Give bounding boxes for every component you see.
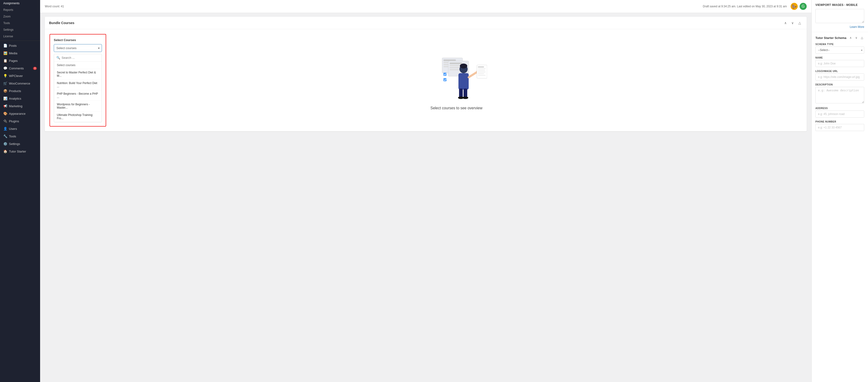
svg-rect-6 — [450, 63, 462, 64]
sidebar: AssignmentsReportsZoomToolsSettingsLicen… — [0, 0, 40, 382]
description-textarea[interactable] — [815, 87, 864, 104]
dropdown-option-opt3[interactable]: PHP Beginners - Become a PHP ... — [54, 90, 102, 101]
sidebar-item-tutor-starter[interactable]: 🏠Tutor Starter — [0, 148, 40, 155]
sidebar-item-comments[interactable]: 💬Comments8 — [0, 64, 40, 72]
posts-icon: 📄 — [3, 44, 7, 48]
bundle-courses-block: Bundle Courses ∧ ∨ △ Select Courses Sele… — [45, 17, 807, 131]
bundle-body: Select Courses Select courses ▾ 🔍 — [45, 29, 807, 131]
bundle-expand-btn[interactable]: △ — [797, 20, 802, 26]
sidebar-item-tools-nav[interactable]: 🔧Tools — [0, 133, 40, 140]
marketing-icon: 📢 — [3, 104, 7, 108]
sidebar-divider — [0, 40, 40, 41]
illustration-caption: Select courses to see overview — [431, 106, 483, 110]
select-courses-dropdown[interactable]: Select courses — [54, 44, 102, 52]
dropdown-option-opt1[interactable]: Secret to Master Perfect Diet & M... — [54, 69, 102, 80]
sidebar-item-analytics[interactable]: 📊Analytics — [0, 95, 40, 102]
select-courses-illustration — [426, 50, 487, 102]
svg-rect-22 — [478, 66, 484, 67]
dropdown-option-opt5[interactable]: Ultimate Photoshop Training: Fro... — [54, 112, 102, 122]
sidebar-label-tools-nav: Tools — [9, 135, 16, 138]
dropdown-option-opt4[interactable]: Wordpress for Beginners - Master... — [54, 101, 102, 112]
sidebar-item-appearance[interactable]: 🎨Appearance — [0, 110, 40, 117]
svg-point-20 — [463, 96, 468, 99]
word-count: Word count: 41 — [45, 5, 64, 8]
address-label: ADDRESS — [815, 107, 864, 110]
svg-point-13 — [460, 63, 467, 68]
comments-icon: 💬 — [3, 66, 7, 70]
sidebar-top-license[interactable]: License — [0, 33, 40, 40]
sidebar-item-products[interactable]: 📦Products — [0, 87, 40, 95]
address-group: ADDRESS — [815, 107, 864, 118]
sidebar-top-settings[interactable]: Settings — [0, 26, 40, 33]
sidebar-item-pages[interactable]: 📋Pages — [0, 57, 40, 64]
dropdown-list: 🔍 Select coursesSecret to Master Perfect… — [54, 54, 102, 122]
sidebar-label-products: Products — [9, 89, 21, 93]
analytics-icon: 📊 — [3, 96, 7, 100]
svg-rect-17 — [459, 89, 463, 98]
dropdown-option-opt2[interactable]: Nutrition: Build Your Perfect Diet ... — [54, 80, 102, 90]
sidebar-top-reports[interactable]: Reports — [0, 7, 40, 13]
dropdown-search-area: 🔍 — [54, 54, 102, 62]
svg-rect-14 — [459, 73, 469, 89]
draft-status: Draft saved at 9:34:25 am. Last edited o… — [703, 5, 787, 8]
woocommerce-icon: 🛒 — [3, 82, 7, 85]
grammarly-icon[interactable]: G — [800, 3, 807, 10]
center-editor: Word count: 41 Draft saved at 9:34:25 am… — [40, 0, 811, 382]
sidebar-item-media[interactable]: 🖼️Media — [0, 49, 40, 57]
svg-rect-18 — [464, 89, 467, 98]
sidebar-item-plugins[interactable]: 🔌Plugins — [0, 117, 40, 125]
bundle-collapse-up-btn[interactable]: ∧ — [783, 20, 788, 26]
bundle-collapse-down-btn[interactable]: ∨ — [790, 20, 795, 26]
appearance-icon: 🎨 — [3, 112, 7, 115]
dropdown-search-input[interactable] — [62, 56, 99, 59]
illustration-area: Select courses to see overview — [111, 34, 802, 126]
address-input[interactable] — [815, 111, 864, 118]
sidebar-item-woocommerce[interactable]: 🛒WooCommerce — [0, 80, 40, 87]
select-courses-label: Select Courses — [54, 38, 102, 42]
schema-section: Tutor Starter Schema ∧ ∨ △ SCHEMA TYPE -… — [812, 32, 868, 137]
schema-type-label: SCHEMA TYPE — [815, 43, 864, 46]
bundle-header: Bundle Courses ∧ ∨ △ — [45, 17, 807, 29]
schema-type-select[interactable]: --Select-- — [815, 47, 864, 54]
sidebar-top-assignments[interactable]: Assignments — [0, 0, 40, 7]
sidebar-label-wpclever: WPClever — [9, 74, 23, 78]
plugins-icon: 🔌 — [3, 119, 7, 123]
sidebar-item-users[interactable]: 👤Users — [0, 125, 40, 133]
schema-up-btn[interactable]: ∧ — [848, 35, 853, 40]
products-icon: 📦 — [3, 89, 7, 93]
sidebar-item-settings-nav[interactable]: ⚙️Settings — [0, 140, 40, 148]
sidebar-label-media: Media — [9, 52, 17, 55]
svg-line-15 — [469, 72, 477, 78]
beaver-icon[interactable]: 🦫 — [790, 3, 798, 10]
pages-icon: 📋 — [3, 59, 7, 63]
svg-rect-24 — [478, 70, 485, 70]
sidebar-label-marketing: Marketing — [9, 105, 22, 108]
learn-more-link[interactable]: Learn More — [815, 25, 864, 29]
description-label: DESCRIPTION — [815, 83, 864, 86]
users-icon: 👤 — [3, 127, 7, 130]
wpclever-icon: 💡 — [3, 74, 7, 78]
sidebar-top-zoom[interactable]: Zoom — [0, 13, 40, 20]
schema-expand-btn[interactable]: △ — [860, 35, 864, 40]
editor-topbar: Word count: 41 Draft saved at 9:34:25 am… — [40, 0, 811, 13]
bundle-header-actions: ∧ ∨ △ — [783, 20, 802, 26]
sidebar-item-posts[interactable]: 📄Posts — [0, 42, 40, 49]
logo-input[interactable] — [815, 74, 864, 81]
sidebar-item-wpclever[interactable]: 💡WPClever — [0, 72, 40, 80]
badge-comments: 8 — [33, 67, 37, 70]
sidebar-item-marketing[interactable]: 📢Marketing — [0, 102, 40, 110]
select-courses-panel: Select Courses Select courses ▾ 🔍 — [50, 34, 106, 126]
viewport-images-title: Viewport Images - Mobile — [815, 3, 864, 7]
name-input[interactable] — [815, 60, 864, 67]
svg-rect-25 — [478, 71, 486, 72]
sidebar-top-tools[interactable]: Tools — [0, 20, 40, 26]
schema-down-btn[interactable]: ∨ — [854, 35, 859, 40]
dropdown-option-default[interactable]: Select courses — [54, 62, 102, 69]
phone-input[interactable] — [815, 124, 864, 131]
viewport-images-textarea[interactable] — [815, 9, 864, 23]
description-group: DESCRIPTION — [815, 83, 864, 104]
logo-group: LOGO/IMAGE URL — [815, 70, 864, 81]
sidebar-label-users: Users — [9, 127, 17, 130]
bundle-title: Bundle Courses — [49, 21, 74, 25]
sidebar-label-comments: Comments — [9, 66, 24, 70]
